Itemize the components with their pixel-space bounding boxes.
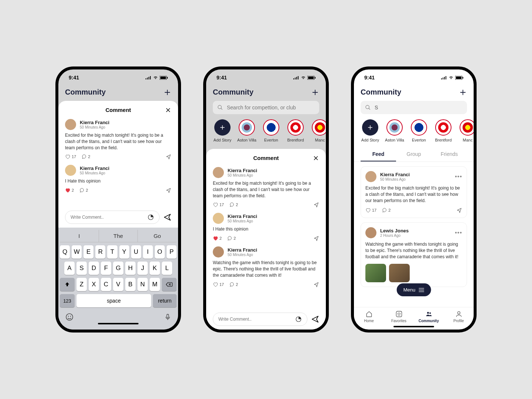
avatar[interactable]	[65, 165, 76, 176]
key-C[interactable]: C	[101, 278, 111, 291]
key-F[interactable]: F	[101, 262, 111, 275]
key-O[interactable]: O	[155, 245, 165, 259]
story-item[interactable]: Brentford	[286, 119, 305, 142]
story-item[interactable]: Aston Villa	[237, 119, 256, 142]
like-button[interactable]: 17	[65, 154, 76, 159]
key-W[interactable]: W	[72, 245, 82, 259]
add-story-button[interactable]: Add Story	[213, 119, 232, 142]
more-icon[interactable]: •••	[455, 173, 462, 180]
share-icon[interactable]	[166, 187, 171, 193]
search-input[interactable]	[375, 105, 463, 110]
share-icon[interactable]	[456, 207, 462, 213]
stories-row[interactable]: Add StoryAston VillaEvertonBrentfordManc	[354, 119, 474, 147]
tab-group[interactable]: Group	[396, 147, 432, 161]
comment-author[interactable]: Kierra Franci	[228, 168, 257, 173]
avatar[interactable]	[213, 167, 224, 178]
key-S[interactable]: S	[76, 262, 87, 275]
key-U[interactable]: U	[131, 245, 141, 259]
share-icon[interactable]	[313, 282, 319, 287]
share-icon[interactable]	[313, 235, 319, 241]
search-input[interactable]	[227, 105, 315, 110]
key-E[interactable]: E	[83, 245, 93, 259]
search-bar[interactable]	[213, 101, 319, 114]
avatar[interactable]	[365, 171, 376, 182]
reply-button[interactable]: 2	[227, 236, 236, 241]
send-icon[interactable]	[163, 213, 171, 221]
comment-author[interactable]: Kierra Franci	[228, 247, 257, 253]
backspace-key[interactable]	[162, 278, 177, 291]
key-G[interactable]: G	[113, 262, 123, 275]
avatar[interactable]	[213, 213, 224, 224]
nav-favorites[interactable]: Favorites	[384, 310, 414, 323]
add-icon[interactable]	[163, 88, 171, 96]
key-T[interactable]: T	[107, 245, 117, 259]
suggestion[interactable]: Go	[138, 230, 177, 242]
add-story-button[interactable]: Add Story	[361, 119, 380, 142]
share-icon[interactable]	[313, 202, 319, 208]
post-image[interactable]	[365, 264, 386, 282]
key-I[interactable]: I	[143, 245, 153, 259]
more-icon[interactable]: •••	[455, 229, 462, 236]
nav-home[interactable]: Home	[354, 310, 384, 323]
home-indicator[interactable]	[98, 323, 139, 324]
like-button[interactable]: 17	[365, 208, 376, 213]
key-R[interactable]: R	[95, 245, 105, 259]
tab-feed[interactable]: Feed	[361, 147, 396, 161]
story-item[interactable]: Everton	[262, 119, 281, 142]
suggestion[interactable]: The	[99, 230, 138, 242]
like-button[interactable]: 17	[213, 202, 224, 207]
reply-button[interactable]: 2	[229, 202, 238, 207]
key-X[interactable]: X	[89, 278, 99, 291]
comment-textfield[interactable]	[71, 215, 147, 220]
story-item[interactable]: Everton	[409, 119, 429, 142]
search-bar[interactable]	[361, 101, 467, 114]
like-button[interactable]: 17	[213, 282, 224, 287]
nav-profile[interactable]: Profile	[444, 310, 474, 323]
comment-input-field[interactable]	[65, 211, 160, 224]
post-author[interactable]: Kierra Franci	[380, 172, 410, 177]
avatar[interactable]	[213, 246, 224, 258]
key-Q[interactable]: Q	[60, 245, 70, 259]
space-key[interactable]: space	[76, 294, 151, 307]
key-B[interactable]: B	[125, 278, 136, 291]
comment-input-field[interactable]	[213, 313, 307, 326]
add-icon[interactable]	[459, 88, 467, 96]
mic-icon[interactable]	[164, 313, 171, 321]
key-P[interactable]: P	[167, 245, 177, 259]
key-V[interactable]: V	[113, 278, 123, 291]
comment-author[interactable]: Kierra Franci	[228, 214, 257, 219]
add-icon[interactable]	[311, 88, 319, 96]
numeric-key[interactable]: 123	[60, 294, 75, 307]
menu-fab[interactable]: Menu	[397, 283, 431, 296]
story-item[interactable]: Manc	[458, 119, 474, 142]
share-icon[interactable]	[166, 154, 171, 160]
key-K[interactable]: K	[150, 262, 160, 275]
reply-button[interactable]: 2	[382, 208, 391, 213]
key-J[interactable]: J	[137, 262, 148, 275]
key-L[interactable]: L	[162, 262, 172, 275]
key-M[interactable]: M	[150, 278, 160, 291]
like-button[interactable]: 2	[65, 188, 74, 193]
shift-key[interactable]	[60, 278, 75, 291]
reply-button[interactable]: 2	[81, 154, 90, 159]
key-H[interactable]: H	[125, 262, 136, 275]
close-icon[interactable]	[313, 155, 319, 161]
key-Z[interactable]: Z	[76, 278, 87, 291]
like-button[interactable]: 2	[213, 236, 222, 241]
comment-textfield[interactable]	[218, 317, 295, 322]
reply-button[interactable]: 2	[79, 188, 88, 193]
comment-author[interactable]: Kierra Franci	[80, 166, 109, 171]
story-item[interactable]: Manc	[310, 119, 326, 142]
tab-friends[interactable]: Friends	[432, 147, 467, 161]
post-author[interactable]: Lewis Jones	[380, 228, 409, 233]
comment-author[interactable]: Kierra Franci	[80, 120, 109, 125]
key-A[interactable]: A	[64, 262, 75, 275]
suggestion[interactable]: I	[60, 230, 99, 242]
avatar[interactable]	[365, 227, 376, 238]
reply-button[interactable]: 2	[229, 282, 238, 287]
sticker-icon[interactable]	[147, 214, 154, 221]
stories-row[interactable]: Add StoryAston VillaEvertonBrentfordManc	[206, 119, 326, 147]
avatar[interactable]	[65, 119, 76, 130]
story-item[interactable]: Aston Villa	[385, 119, 404, 142]
emoji-icon[interactable]	[65, 313, 74, 321]
